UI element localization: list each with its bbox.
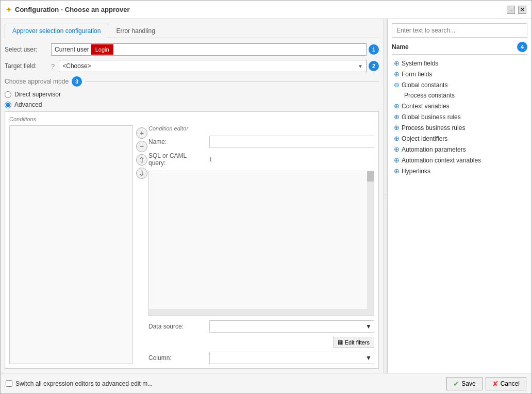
datasource-select[interactable]: ▼ xyxy=(209,320,374,333)
target-field-select[interactable]: <Choose> ▼ xyxy=(59,60,367,72)
window-title: Configuration - Choose an approver xyxy=(15,6,129,13)
condition-editor: Condition editor Name: SQL or CAML query… xyxy=(148,125,374,364)
app-icon: ✦ xyxy=(6,6,12,14)
tree-item-system-fields[interactable]: ⊕ System fields xyxy=(392,58,527,69)
target-field-label: Target field: xyxy=(5,62,51,70)
condition-editor-title: Condition editor xyxy=(148,125,374,132)
column-label: Column: xyxy=(148,354,205,362)
radio-direct: Direct supervisor xyxy=(5,91,379,98)
tree-header: Name 4 xyxy=(392,42,527,55)
sql-row: SQL or CAML query: ℹ xyxy=(148,152,374,167)
right-panel: Name 4 ⊕ System fields ⊕ Form fields ⊖ xyxy=(387,19,531,373)
add-condition-button[interactable]: + xyxy=(136,127,147,139)
cancel-icon: ✘ xyxy=(492,380,498,388)
radio-advanced: Advanced xyxy=(5,101,379,108)
select-arrow-icon: ▼ xyxy=(358,63,363,69)
select-user-field: Current user Login 1 xyxy=(51,43,379,56)
main-panel: Approver selection configuration Error h… xyxy=(1,19,383,373)
badge-1: 1 xyxy=(369,44,379,55)
tab-error[interactable]: Error handling xyxy=(108,24,162,38)
expand-icon-system-fields: ⊕ xyxy=(394,59,400,67)
minimize-button[interactable]: – xyxy=(507,6,515,14)
tree-item-form-fields[interactable]: ⊕ Form fields xyxy=(392,69,527,79)
search-input[interactable] xyxy=(392,23,527,38)
tree-item-global-business-rules[interactable]: ⊕ Global business rules xyxy=(392,111,527,122)
bottom-bar: Switch all expression editors to advance… xyxy=(1,373,531,393)
tree-item-global-constants[interactable]: ⊖ Global constants xyxy=(392,79,527,90)
move-down-button[interactable]: ⇩ xyxy=(136,168,147,179)
current-user-box[interactable]: Current user Login xyxy=(51,43,367,56)
query-scrollbar-h xyxy=(149,309,374,316)
radio-direct-supervisor[interactable] xyxy=(5,91,11,98)
help-icon: ? xyxy=(51,62,55,70)
tab-approver[interactable]: Approver selection configuration xyxy=(5,24,108,38)
cancel-button[interactable]: ✘ Cancel xyxy=(486,377,526,390)
panel-divider[interactable]: ⋮ xyxy=(383,19,387,373)
tree-item-object-identifiers[interactable]: ⊕ Object identifiers xyxy=(392,133,527,144)
tree-item-context-variables[interactable]: ⊕ Context variables xyxy=(392,101,527,111)
approval-mode-section: Choose approval mode 3 xyxy=(5,76,379,87)
approval-mode-label: Choose approval mode xyxy=(5,78,69,85)
expand-icon-object-identifiers: ⊕ xyxy=(394,135,400,142)
advanced-edit-checkbox[interactable] xyxy=(6,380,12,387)
target-field-field: ? <Choose> ▼ 2 xyxy=(51,60,379,72)
sql-field-label: SQL or CAML query: xyxy=(148,152,205,167)
radio-advanced[interactable] xyxy=(5,102,11,108)
query-textarea[interactable] xyxy=(149,171,367,316)
expand-icon-global-business-rules: ⊕ xyxy=(394,113,400,121)
expand-icon-automation-parameters: ⊕ xyxy=(394,145,400,153)
content-area: Approver selection configuration Error h… xyxy=(1,19,531,373)
conditions-body: + − ⇧ ⇩ Condition editor Name: xyxy=(9,125,374,364)
advanced-label: Advanced xyxy=(14,101,42,108)
close-button[interactable]: ✕ xyxy=(518,6,526,14)
select-user-row: Select user: Current user Login 1 xyxy=(5,43,379,56)
query-area-container xyxy=(148,171,374,316)
target-field-row: Target field: ? <Choose> ▼ 2 xyxy=(5,60,379,72)
save-label: Save xyxy=(461,380,475,387)
name-field-label: Name: xyxy=(148,138,205,145)
current-user-text: Current user xyxy=(55,46,89,53)
save-button[interactable]: ✔ Save xyxy=(446,377,482,390)
tree-item-process-business-rules[interactable]: ⊕ Process business rules xyxy=(392,122,527,133)
query-scrollbar-thumb xyxy=(367,171,374,182)
tree-item-automation-context-variables[interactable]: ⊕ Automation context variables xyxy=(392,155,527,166)
switch-label-text: Switch all expression editors to advance… xyxy=(15,380,153,387)
main-window: ✦ Configuration - Choose an approver – ✕… xyxy=(0,0,532,394)
expand-icon-form-fields: ⊕ xyxy=(394,70,400,78)
column-row: Column: ▼ xyxy=(148,352,374,364)
conditions-container: Conditions + − ⇧ ⇩ xyxy=(5,111,379,369)
edit-filters-row: ▦ Edit filters xyxy=(148,337,374,348)
conditions-area-title: Conditions xyxy=(9,116,374,122)
ds-arrow-icon: ▼ xyxy=(365,323,372,330)
name-row: Name: xyxy=(148,136,374,148)
column-select[interactable]: ▼ xyxy=(209,352,374,364)
remove-condition-button[interactable]: − xyxy=(136,141,147,152)
tree-item-hyperlinks[interactable]: ⊕ Hyperlinks xyxy=(392,166,527,176)
tab-bar: Approver selection configuration Error h… xyxy=(5,23,379,38)
titlebar: ✦ Configuration - Choose an approver – ✕ xyxy=(1,1,531,19)
col-arrow-icon: ▼ xyxy=(365,354,372,362)
switch-label-area: Switch all expression editors to advance… xyxy=(6,380,153,387)
name-input[interactable] xyxy=(209,136,374,148)
badge-2: 2 xyxy=(369,61,379,71)
name-header: Name xyxy=(392,43,409,51)
badge-3: 3 xyxy=(72,76,82,87)
tree-item-process-constants[interactable]: Process constants xyxy=(392,90,527,101)
move-up-button[interactable]: ⇧ xyxy=(136,154,147,166)
tree-list: ⊕ System fields ⊕ Form fields ⊖ Global c… xyxy=(392,58,527,176)
edit-filters-button[interactable]: ▦ Edit filters xyxy=(333,337,374,348)
select-user-label: Select user: xyxy=(5,46,51,53)
filter-icon: ▦ xyxy=(338,339,343,346)
save-icon: ✔ xyxy=(453,380,459,388)
expand-icon-global-constants: ⊖ xyxy=(394,81,400,89)
expand-icon-automation-context-variables: ⊕ xyxy=(394,156,400,164)
tree-item-automation-parameters[interactable]: ⊕ Automation parameters xyxy=(392,144,527,155)
login-button[interactable]: Login xyxy=(91,44,113,55)
cancel-label: Cancel xyxy=(501,380,520,387)
expand-icon-context-variables: ⊕ xyxy=(394,102,400,110)
direct-supervisor-label: Direct supervisor xyxy=(14,91,61,98)
expand-icon-hyperlinks: ⊕ xyxy=(394,167,400,175)
info-icon[interactable]: ℹ xyxy=(209,156,212,163)
datasource-label: Data source: xyxy=(148,323,205,330)
query-scrollbar xyxy=(367,171,374,316)
